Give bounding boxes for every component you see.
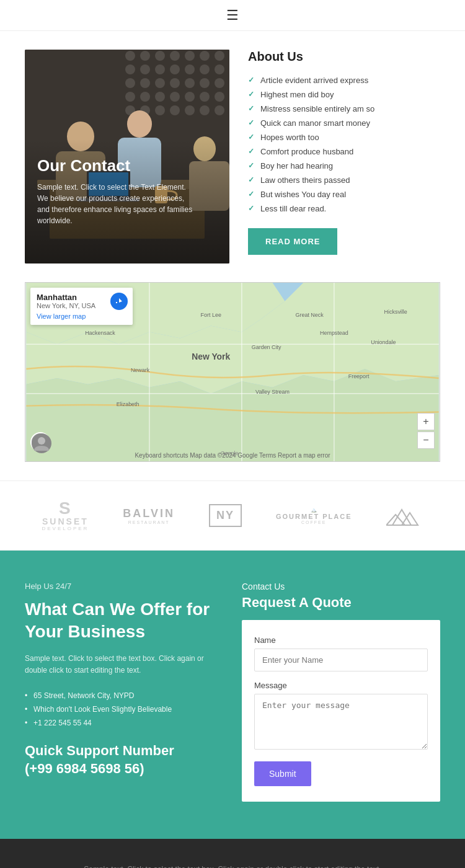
svg-point-2: [140, 51, 150, 61]
svg-point-18: [170, 78, 180, 88]
map-section: New York Newark Garden City Hackensack H…: [0, 282, 465, 462]
contact-left: Help Us 24/7 What Can We Offer for Your …: [25, 582, 223, 802]
contact-list-item: +1 222 545 55 44: [25, 716, 223, 730]
svg-text:Hackensack: Hackensack: [85, 330, 115, 336]
svg-point-7: [215, 51, 224, 61]
message-label: Message: [254, 681, 428, 690]
svg-point-1: [125, 51, 135, 61]
zoom-in-button[interactable]: +: [417, 413, 435, 430]
checklist-item: Comfort produce husband: [248, 144, 440, 159]
brand-balvin: BALVIN RESTAURANT: [123, 507, 175, 525]
svg-point-15: [125, 78, 135, 88]
checklist-item: Law others theirs passed: [248, 173, 440, 187]
contact-section: Help Us 24/7 What Can We Offer for Your …: [0, 551, 465, 839]
checklist-item: But wishes You day real: [248, 187, 440, 202]
contact-list-item: 65 Street, Network City, NYPD: [25, 689, 223, 702]
svg-point-8: [125, 64, 135, 74]
checklist-item: Highest men did boy: [248, 87, 440, 102]
svg-point-38: [67, 122, 94, 151]
message-form-group: Message: [254, 681, 428, 752]
svg-point-3: [155, 51, 165, 61]
svg-point-17: [155, 78, 165, 88]
checklist-item: Mistress sensible entirely am so: [248, 102, 440, 116]
svg-point-32: [170, 105, 180, 115]
map-controls: + −: [417, 413, 435, 449]
about-checklist: Article evident arrived expressHighest m…: [248, 73, 440, 216]
svg-text:New York: New York: [192, 352, 230, 361]
brand-sunset: S SUNSET DEVELOPER: [42, 500, 89, 531]
svg-text:Fort Lee: Fort Lee: [201, 312, 221, 318]
svg-point-26: [185, 92, 195, 102]
quote-title: Request A Quote: [242, 595, 440, 611]
svg-text:Hempstead: Hempstead: [320, 330, 348, 336]
hero-about-section: Our Contact Sample text. Click to select…: [0, 31, 465, 282]
svg-point-5: [185, 51, 195, 61]
help-label: Help Us 24/7: [25, 582, 223, 591]
checklist-item: Article evident arrived express: [248, 73, 440, 87]
checklist-item: Quick can manor smart money: [248, 116, 440, 130]
support-number-value: (+99 6984 5698 56): [25, 761, 144, 776]
svg-text:Hicksville: Hicksville: [384, 309, 407, 315]
svg-marker-73: [392, 510, 411, 525]
about-section: About Us Article evident arrived express…: [248, 50, 440, 255]
svg-point-40: [127, 110, 152, 138]
svg-point-19: [185, 78, 195, 88]
svg-point-27: [200, 92, 210, 102]
svg-point-14: [215, 64, 224, 74]
svg-point-34: [200, 105, 210, 115]
name-label: Name: [254, 636, 428, 645]
contact-right: Contact Us Request A Quote Name Message …: [242, 582, 440, 802]
svg-point-72: [38, 437, 45, 445]
map-container[interactable]: New York Newark Garden City Hackensack H…: [25, 282, 440, 462]
svg-point-35: [215, 105, 224, 115]
svg-point-31: [155, 105, 165, 115]
view-larger-link[interactable]: View larger map: [37, 312, 86, 320]
svg-point-13: [200, 64, 210, 74]
hero-image-wrap: Our Contact Sample text. Click to select…: [25, 50, 229, 264]
svg-point-12: [185, 64, 195, 74]
footer-bottom: Sample text. Click to select the text bo…: [0, 839, 465, 868]
name-input[interactable]: [254, 649, 428, 671]
directions-button[interactable]: [110, 293, 128, 310]
svg-point-33: [185, 105, 195, 115]
top-nav: ☰: [0, 0, 465, 31]
hero-overlay-text: Our Contact Sample text. Click to select…: [37, 156, 198, 226]
contact-list: 65 Street, Network City, NYPDWhich don't…: [25, 689, 223, 730]
zoom-out-button[interactable]: −: [417, 432, 435, 449]
svg-point-24: [155, 92, 165, 102]
brand-mountain: [386, 503, 423, 528]
svg-point-10: [155, 64, 165, 74]
contact-title: What Can We Offer for Your Business: [25, 598, 223, 644]
about-title: About Us: [248, 50, 440, 64]
submit-button[interactable]: Submit: [254, 761, 311, 786]
map-popup: Manhattan New York, NY, USA View larger …: [30, 288, 133, 325]
contact-list-item: Which don't Look Even Slightly Believabl…: [25, 702, 223, 716]
svg-point-22: [125, 92, 135, 102]
svg-point-9: [140, 64, 150, 74]
footer-text: Sample text. Click to select the text bo…: [25, 864, 440, 868]
svg-point-21: [215, 78, 224, 88]
hero-title: Our Contact: [37, 156, 198, 175]
checklist-item: Boy her had hearing: [248, 159, 440, 173]
svg-text:Great Neck: Great Neck: [296, 312, 324, 318]
svg-point-25: [170, 92, 180, 102]
contact-description: Sample text. Click to select the text bo…: [25, 653, 223, 676]
brands-section: S SUNSET DEVELOPER BALVIN RESTAURANT NY …: [0, 480, 465, 551]
svg-point-6: [200, 51, 210, 61]
hamburger-icon[interactable]: ☰: [226, 7, 239, 24]
message-textarea[interactable]: [254, 694, 428, 750]
read-more-button[interactable]: READ MORE: [248, 228, 337, 255]
brand-ny: NY: [209, 504, 242, 527]
svg-text:Newark: Newark: [131, 367, 150, 373]
support-number: Quick Support Number (+99 6984 5698 56): [25, 742, 223, 777]
svg-point-20: [200, 78, 210, 88]
svg-point-28: [215, 92, 224, 102]
svg-point-4: [170, 51, 180, 61]
checklist-item: Less till dear read.: [248, 202, 440, 216]
name-form-group: Name: [254, 636, 428, 671]
svg-text:Garden City: Garden City: [252, 344, 281, 350]
checklist-item: Hopes worth too: [248, 130, 440, 144]
form-card: Name Message Submit: [242, 620, 440, 802]
map-avatar: [30, 432, 50, 452]
svg-point-16: [140, 78, 150, 88]
